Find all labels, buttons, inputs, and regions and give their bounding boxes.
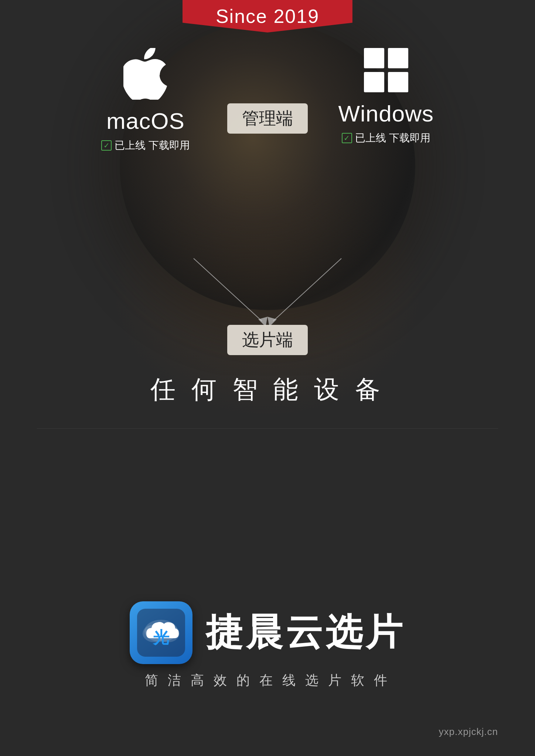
app-name: 捷晨云选片 — [206, 608, 405, 658]
win-pane-3 — [364, 72, 384, 92]
macos-check-icon: ✓ — [101, 140, 112, 151]
windows-status-text: 已上线 下载即用 — [355, 131, 430, 145]
windows-logo — [364, 48, 408, 92]
app-row: 光 捷晨云选片 — [130, 601, 405, 664]
selection-label: 选片端 — [227, 325, 308, 355]
windows-label: Windows — [338, 100, 434, 127]
win-pane-1 — [364, 48, 384, 68]
since-banner: Since 2019 — [183, 0, 352, 32]
divider — [37, 428, 498, 429]
management-label: 管理端 — [227, 103, 308, 134]
app-icon: 光 — [130, 601, 192, 664]
platform-windows: Windows ✓ 已上线 下载即用 — [338, 44, 434, 145]
apple-icon — [120, 44, 171, 103]
macos-label: macOS — [106, 108, 185, 134]
win-pane-2 — [388, 48, 408, 68]
footer-url: yxp.xpjckj.cn — [439, 726, 498, 738]
macos-status: ✓ 已上线 下载即用 — [101, 138, 190, 152]
platforms-row: macOS ✓ 已上线 下载即用 Windows ✓ 已上线 下载即用 — [101, 44, 434, 152]
macos-status-text: 已上线 下载即用 — [115, 138, 190, 152]
app-subtitle: 简 洁 高 效 的 在 线 选 片 软 件 — [145, 671, 390, 690]
app-icon-inner: 光 — [135, 607, 187, 659]
app-logo-svg: 光 — [135, 607, 187, 659]
apple-logo-svg — [123, 48, 168, 100]
platform-macos: macOS ✓ 已上线 下载即用 — [101, 44, 190, 152]
windows-check-icon: ✓ — [342, 133, 352, 143]
arrows-container — [157, 251, 378, 332]
svg-line-0 — [194, 258, 262, 321]
windows-status: ✓ 已上线 下载即用 — [342, 131, 430, 145]
svg-text:光: 光 — [152, 629, 170, 647]
svg-line-2 — [273, 258, 341, 321]
windows-icon — [360, 44, 412, 96]
smart-device-text: 任 何 智 能 设 备 — [150, 373, 385, 406]
bottom-section: 光 捷晨云选片 简 洁 高 效 的 在 线 选 片 软 件 — [130, 601, 405, 690]
win-pane-4 — [388, 72, 408, 92]
arrows-svg — [157, 251, 378, 332]
